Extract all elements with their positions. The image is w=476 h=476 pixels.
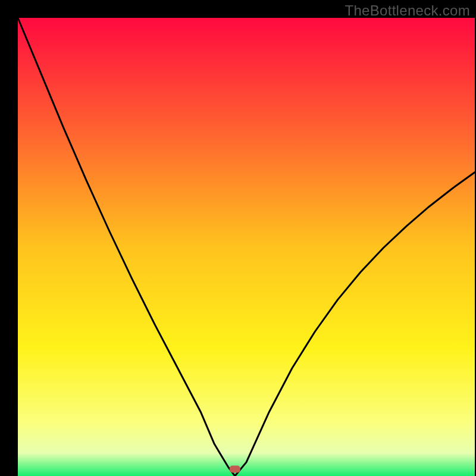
optimal-point-marker (230, 465, 240, 472)
bottleneck-chart: TheBottleneck.com (0, 0, 476, 476)
watermark-text: TheBottleneck.com (345, 2, 470, 19)
chart-svg (0, 0, 476, 476)
chart-gradient-bg (18, 18, 475, 476)
